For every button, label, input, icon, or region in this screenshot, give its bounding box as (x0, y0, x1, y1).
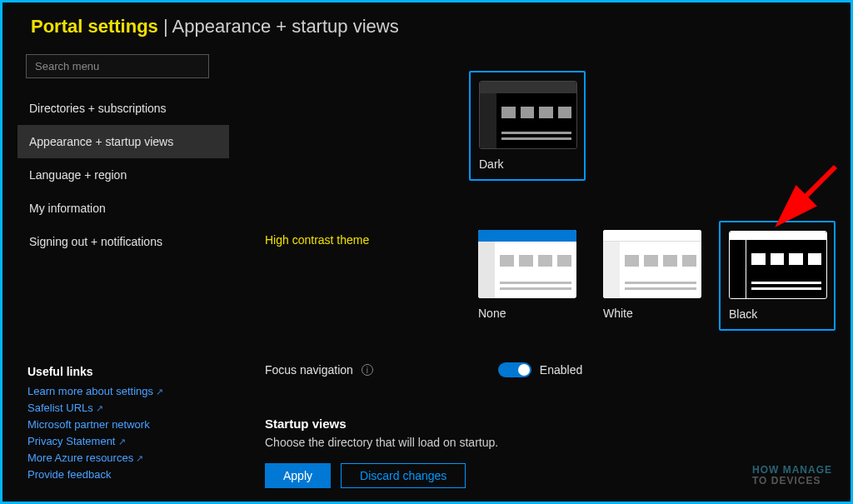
link-learn-more[interactable]: Learn more about settings (27, 383, 229, 400)
apply-button[interactable]: Apply (265, 463, 331, 488)
search-input[interactable] (26, 54, 209, 78)
theme-preview-dark (479, 81, 577, 149)
discard-button[interactable]: Discard changes (341, 463, 466, 488)
high-contrast-heading: High contrast theme (265, 233, 369, 247)
theme-label-dark: Dark (479, 157, 576, 171)
sidebar-item-directories[interactable]: Directories + subscriptions (17, 92, 229, 125)
contrast-option-black[interactable]: Black (719, 221, 836, 331)
contrast-option-white[interactable]: White (594, 221, 711, 329)
contrast-label-white: White (603, 307, 701, 320)
contrast-preview-none (478, 230, 576, 298)
focus-label: Focus navigation (265, 363, 353, 377)
action-buttons: Apply Discard changes (265, 463, 466, 488)
startup-heading: Startup views (265, 417, 498, 431)
contrast-preview-black (729, 231, 827, 299)
startup-section: Startup views Choose the directory that … (265, 417, 498, 449)
contrast-preview-white (603, 230, 701, 298)
header-title-main: Portal settings (31, 16, 158, 37)
theme-option-dark[interactable]: Dark (469, 71, 586, 181)
info-icon[interactable]: i (362, 364, 373, 376)
sidebar: Directories + subscriptions Appearance +… (2, 54, 236, 495)
contrast-label-none: None (478, 307, 576, 320)
watermark: HOW MANAGE TO DEVICES (752, 465, 832, 487)
link-safelist[interactable]: Safelist URLs (27, 400, 229, 417)
header-separator: | (158, 16, 172, 37)
focus-toggle[interactable] (498, 362, 531, 377)
sidebar-item-appearance[interactable]: Appearance + startup views (17, 125, 229, 158)
sidebar-item-myinfo[interactable]: My information (17, 192, 229, 225)
main-content: Dark High contrast theme None White (236, 54, 851, 495)
contrast-label-black: Black (729, 307, 826, 321)
link-more-azure[interactable]: More Azure resources (27, 450, 229, 467)
page-header: Portal settings | Appearance + startup v… (2, 2, 851, 54)
link-feedback[interactable]: Provide feedback (27, 467, 229, 483)
sidebar-item-signout[interactable]: Signing out + notifications (17, 225, 229, 258)
sidebar-menu: Directories + subscriptions Appearance +… (17, 92, 229, 258)
link-partner[interactable]: Microsoft partner network (27, 417, 229, 433)
startup-description: Choose the directory that will load on s… (265, 436, 498, 449)
focus-state: Enabled (540, 363, 582, 377)
link-privacy[interactable]: Privacy Statement (27, 433, 229, 450)
contrast-option-none[interactable]: None (469, 221, 586, 329)
header-title-sub: Appearance + startup views (172, 16, 399, 37)
svg-line-0 (786, 167, 836, 217)
useful-links-heading: Useful links (27, 365, 229, 378)
focus-navigation-row: Focus navigation i Enabled (265, 362, 582, 377)
watermark-line2: TO DEVICES (752, 476, 832, 487)
useful-links: Useful links Learn more about settings S… (17, 365, 229, 495)
sidebar-item-language[interactable]: Language + region (17, 158, 229, 192)
arrow-annotation-icon (769, 162, 844, 229)
